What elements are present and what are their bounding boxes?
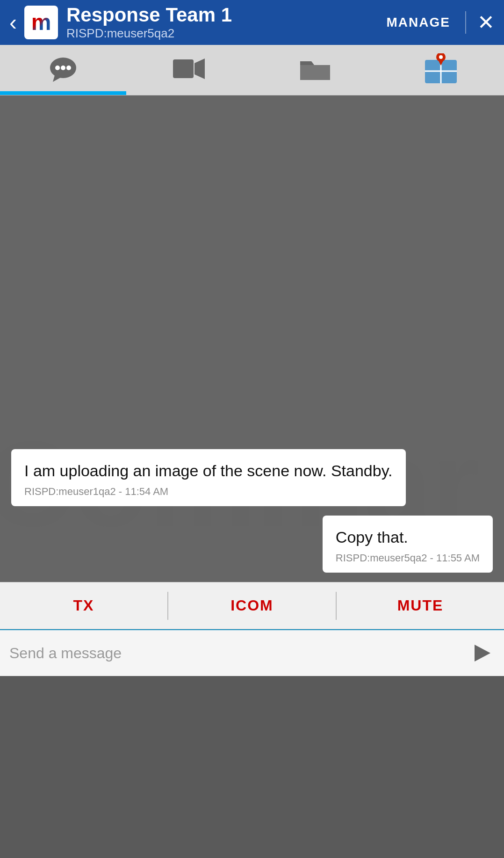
channel-title: Response Team 1	[66, 4, 383, 26]
folder-icon	[299, 56, 331, 82]
message-bubble-sent: Copy that. RISPD:meuser5qa2 - 11:55 AM	[323, 516, 493, 573]
message-meta-1: RISPD:meuser1qa2 - 11:54 AM	[24, 486, 393, 498]
app-header: ‹ m Response Team 1 RISPD:meuser5qa2 MAN…	[0, 0, 504, 45]
tab-map[interactable]	[378, 45, 504, 95]
svg-point-12	[439, 55, 443, 59]
chat-area: Commar I am uploading an image of the sc…	[0, 95, 504, 582]
message-text-2: Copy that.	[336, 527, 480, 548]
back-button[interactable]: ‹	[9, 11, 17, 34]
send-button[interactable]	[468, 639, 497, 667]
bottom-controls: TX ICOM MUTE	[0, 582, 504, 676]
video-icon	[172, 57, 206, 81]
messages-container: I am uploading an image of the scene now…	[0, 95, 504, 582]
map-icon	[424, 53, 458, 84]
message-bubble-received: I am uploading an image of the scene now…	[11, 449, 406, 506]
tab-files[interactable]	[252, 45, 378, 95]
tab-video[interactable]	[126, 45, 252, 95]
svg-point-2	[55, 65, 60, 70]
send-icon	[475, 645, 490, 662]
logo-icon: m	[31, 11, 51, 34]
action-bar: TX ICOM MUTE	[0, 582, 504, 629]
svg-point-4	[66, 65, 71, 70]
mute-button[interactable]: MUTE	[337, 582, 504, 629]
close-button[interactable]: ✕	[477, 12, 495, 33]
chat-icon	[48, 55, 78, 83]
app-logo: m	[24, 6, 58, 39]
header-divider	[465, 11, 466, 34]
message-input[interactable]	[9, 645, 468, 662]
manage-button[interactable]: MANAGE	[383, 11, 454, 34]
tab-bar	[0, 45, 504, 95]
tx-button[interactable]: TX	[0, 582, 167, 629]
svg-marker-6	[194, 58, 205, 79]
message-meta-2: RISPD:meuser5qa2 - 11:55 AM	[336, 552, 480, 564]
header-title-group: Response Team 1 RISPD:meuser5qa2	[66, 4, 383, 40]
message-text-1: I am uploading an image of the scene now…	[24, 460, 393, 482]
input-bar	[0, 629, 504, 676]
svg-point-3	[61, 65, 65, 70]
tab-chat[interactable]	[0, 45, 126, 95]
svg-rect-5	[173, 59, 194, 78]
user-id-label: RISPD:meuser5qa2	[66, 26, 383, 41]
icom-button[interactable]: ICOM	[168, 582, 336, 629]
